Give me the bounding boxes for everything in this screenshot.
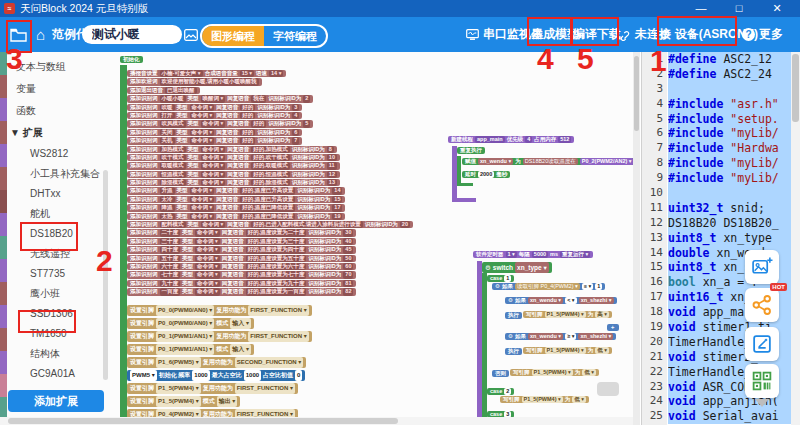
block-field[interactable]: 40 <box>343 238 353 245</box>
block-field[interactable]: 好的,温度设置为七十度 <box>246 271 307 278</box>
block-dropdown[interactable]: 输入 ▾ <box>230 318 251 329</box>
block-dropdown[interactable]: 命令词 ▾ <box>201 162 226 169</box>
block-field[interactable]: 好的,已进入配料模式,请进入涂料后进行设置 <box>251 221 363 228</box>
block-dropdown[interactable]: P1_5(PWM4) ▾ <box>156 396 201 407</box>
block-dropdown[interactable]: 14 ▾ <box>269 70 283 77</box>
sidebar-item-11[interactable]: 鹰小班 <box>8 284 104 304</box>
block-row[interactable]: 初始化 <box>120 56 143 63</box>
block-dropdown[interactable]: 命令词 ▾ <box>190 137 215 144</box>
block-field[interactable]: 升温 <box>160 187 175 194</box>
block-field[interactable]: 好的,恒温模式 <box>251 171 290 178</box>
block-dropdown[interactable]: 低 ▾ <box>572 396 586 403</box>
block-field[interactable]: 82 <box>343 288 353 295</box>
maximize-button[interactable]: □ <box>724 0 754 17</box>
block-dropdown[interactable]: P0_1(PWM1/AN1) ▾ <box>156 344 214 355</box>
block-field[interactable]: 30 <box>343 229 353 236</box>
block-row[interactable]: 添加欢迎词欢迎使用智能小暖,请用小暖小暖唤醒我 <box>127 78 262 85</box>
block-field[interactable]: 吹风模式 <box>160 120 186 127</box>
block-dropdown[interactable]: P1_6(PWM5) ▾ <box>156 357 201 368</box>
block-dropdown[interactable]: 命令词 ▾ <box>201 154 226 161</box>
block-row[interactable]: 否则 <box>492 370 509 377</box>
block-field[interactable]: 17 <box>332 204 342 211</box>
block-dropdown[interactable]: 命令词 ▾ <box>190 213 215 220</box>
block-field[interactable]: 好的 <box>240 129 255 136</box>
block-field[interactable]: 20 <box>400 221 410 228</box>
block-field[interactable]: 降温 <box>160 204 175 211</box>
block-row[interactable]: ⚙如果读取引脚 P0_4(PWM2) ▾≡ ▾1 <box>492 283 605 290</box>
block-row[interactable]: 添加识别词加热模式类型命令词 ▾回复语音好的,加热模式识别标识ID为8 <box>127 146 337 153</box>
block-row[interactable]: 添加识别词取暖模式类型命令词 ▾回复语音好的,取暖模式识别标识ID为11 <box>127 162 340 169</box>
block-dropdown[interactable]: xn_shezhi ▾ <box>578 333 613 340</box>
block-field[interactable]: 欢迎使用智能小暖,请用小暖小暖唤醒我 <box>160 78 259 85</box>
block-dropdown[interactable]: 命令词 ▾ <box>190 104 215 111</box>
block-row[interactable]: 写引脚P1_5(PWM4) ▾为低 ▾ <box>500 396 589 403</box>
block-dropdown[interactable]: 小楠-可爱女声 ▾ <box>160 70 203 77</box>
block-row[interactable]: 设置引脚P0_1(PWM1/AN1) ▾复用功能为FIRST_FUNCTION … <box>127 331 312 342</box>
block-dropdown[interactable]: 命令词 ▾ <box>201 179 226 186</box>
block-row[interactable]: 添加识别词降温类型命令词 ▾回复语音好的,温度已降低设置识别标识ID为17 <box>127 204 345 211</box>
block-row[interactable]: 添加识别词吹暖类型命令词 ▾回复语音好的识别标识ID为3 <box>127 104 302 111</box>
block-row[interactable]: 新建线程app_main优先级4占用内存512 <box>448 136 574 143</box>
block-field[interactable]: 1 <box>504 275 511 282</box>
qr-code-fab[interactable] <box>745 364 779 398</box>
sidebar-item-12[interactable]: SSD1306 <box>8 304 104 324</box>
block-row[interactable]: 添加识别词升温类型命令词 ▾回复语音好的,温度已升高设置识别标识ID为14 <box>127 187 345 194</box>
block-field[interactable]: 除湿模式 <box>160 179 186 186</box>
block-dropdown[interactable]: FIRST_FUNCTION ▾ <box>235 383 295 394</box>
block-row[interactable]: case2 <box>487 388 514 395</box>
block-dropdown[interactable]: 输入 ▾ <box>230 344 251 355</box>
block-row[interactable]: ＋ <box>607 324 619 331</box>
block-field[interactable]: 3 <box>292 104 299 111</box>
block-dropdown[interactable]: PWM5 ▾ <box>130 370 157 381</box>
block-dropdown[interactable]: 命令词 ▾ <box>190 204 215 211</box>
block-row[interactable]: 设置引脚P1_6(PWM5) ▾复用功能为SECOND_FUNCTION ▾ <box>127 357 306 368</box>
block-dropdown[interactable]: < ▾ <box>565 297 577 304</box>
block-field[interactable]: 4 <box>292 112 299 119</box>
block-field[interactable]: 14 <box>332 187 342 194</box>
block-field[interactable]: 二十度 <box>160 229 181 236</box>
open-folder-button[interactable] <box>10 17 27 52</box>
block-dropdown[interactable]: 命令词 ▾ <box>190 129 215 136</box>
block-row[interactable]: 添加识别词六十度类型命令词 ▾回复语音好的,温度设置为六十度识别标识ID为60 <box>127 263 356 270</box>
block-dropdown[interactable]: 命令词 ▾ <box>195 280 220 287</box>
block-dropdown[interactable]: xn_wendu ▾ <box>528 297 563 304</box>
block-field[interactable]: 小暖小暖 <box>160 95 186 102</box>
block-field[interactable]: 好的,温度设置为九十度 <box>246 280 307 287</box>
block-dropdown[interactable]: 命令词 ▾ <box>201 221 226 228</box>
block-dropdown[interactable]: 命令词 ▾ <box>201 146 226 153</box>
block-dropdown[interactable]: P1_5(PWM4) ▾ <box>545 311 586 318</box>
block-dropdown[interactable]: 命令词 ▾ <box>195 288 220 295</box>
home-button[interactable]: ⌂ <box>36 17 45 52</box>
block-field[interactable]: 8 <box>327 146 334 153</box>
block-field[interactable]: app_main <box>475 136 505 143</box>
block-dropdown[interactable]: xn_shezhi ▾ <box>579 297 614 304</box>
block-dropdown[interactable]: 命令词 ▾ <box>195 255 220 262</box>
block-field[interactable]: 好的,温度设置为六十度 <box>246 263 307 270</box>
block-dropdown[interactable]: xn_wendu ▾ <box>478 158 513 165</box>
block-dropdown[interactable]: 低 ▾ <box>595 347 609 354</box>
block-row[interactable]: 播报音设置小楠-可爱女声 ▾合成语音音量15 ▾语速14 ▾ <box>127 70 286 77</box>
block-field[interactable]: DS18B20读取温度在 <box>523 158 578 165</box>
minimize-button[interactable]: — <box>686 0 716 17</box>
block-field[interactable]: 五十度 <box>160 255 181 262</box>
block-field[interactable]: 2 <box>303 95 310 102</box>
block-dropdown[interactable]: 命令词 ▾ <box>195 238 220 245</box>
block-row[interactable]: 添加识别词恒温模式类型命令词 ▾回复语音好的,恒温模式识别标识ID为12 <box>127 171 340 178</box>
block-dropdown[interactable]: 命令词 ▾ <box>201 120 226 127</box>
block-field[interactable]: 已退出唤醒 <box>165 87 197 94</box>
block-row[interactable]: 添加识别词吹干模式类型命令词 ▾回复语音好的,吹干模式识别标识ID为10 <box>127 154 340 161</box>
block-field[interactable]: 三十度 <box>160 238 181 245</box>
block-field[interactable]: 好的 <box>240 112 255 119</box>
block-row[interactable]: 添加退出语音已退出唤醒 <box>127 87 200 94</box>
block-dropdown[interactable]: SECOND_FUNCTION ▾ <box>235 357 304 368</box>
block-field[interactable]: 15 <box>332 196 342 203</box>
block-row[interactable]: 赋值xn_wendu ▾为DS18B20读取温度在P0_2(PWM2/AN2) … <box>462 158 633 165</box>
block-field[interactable]: 5000 <box>532 251 548 258</box>
block-dropdown[interactable]: P1_5(PWM4) ▾ <box>522 396 563 403</box>
block-row[interactable]: 重复执行 <box>457 147 485 154</box>
block-field[interactable]: 13 <box>327 179 337 186</box>
sidebar-item-2[interactable]: 函数 <box>8 100 104 122</box>
block-dropdown[interactable]: 命令词 ▾ <box>195 229 220 236</box>
sidebar-item-5[interactable]: 小工具补充集合 <box>8 164 104 184</box>
block-dropdown[interactable]: P0_1(PWM1/AN1) ▾ <box>156 331 214 342</box>
